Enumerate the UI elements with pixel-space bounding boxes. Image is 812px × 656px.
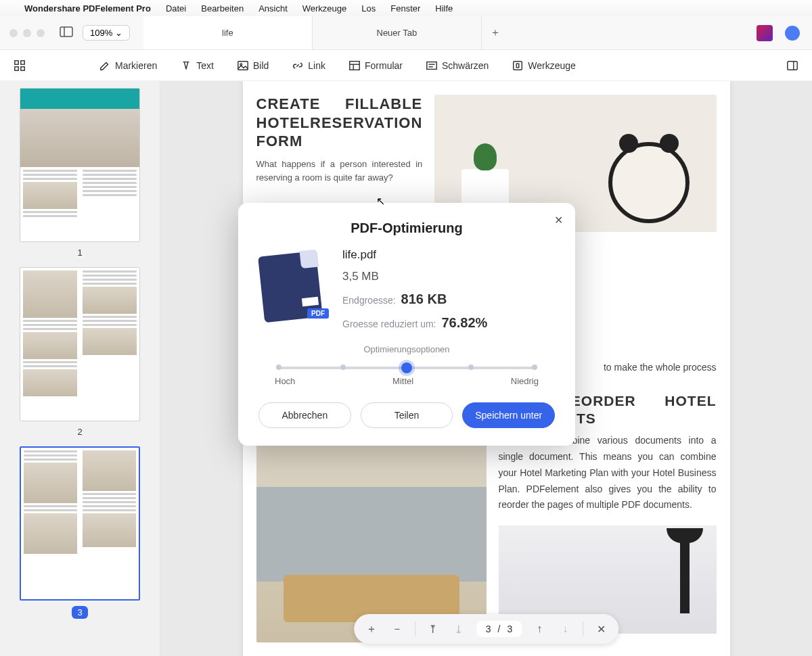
- chevron-down-icon: ⌄: [115, 28, 122, 38]
- page-thumb-2[interactable]: [20, 267, 140, 421]
- pdf-optimize-dialog: ✕ PDF-Optimierung PDF life.pdf 3,5 MB En…: [238, 203, 575, 446]
- save-as-button[interactable]: Speichern unter: [462, 402, 555, 428]
- app-badge-icon[interactable]: [757, 25, 773, 41]
- svg-rect-15: [788, 61, 797, 70]
- reduced-label: Groesse reduziert um:: [342, 319, 436, 329]
- svg-rect-6: [238, 61, 248, 70]
- last-page-button[interactable]: ⤓: [451, 621, 467, 637]
- endsize-value: 816 KB: [401, 291, 447, 307]
- add-tab-button[interactable]: ＋: [482, 16, 509, 49]
- zoom-value: 109%: [90, 28, 112, 38]
- dialog-filesize: 3,5 MB: [342, 270, 555, 283]
- first-page-button[interactable]: ⤒: [425, 621, 441, 637]
- minimize-window-button[interactable]: [23, 29, 31, 37]
- tab-new[interactable]: Neuer Tab: [313, 16, 482, 49]
- home-button[interactable]: [14, 60, 26, 72]
- tool-redact-label: Schwärzen: [442, 60, 489, 71]
- tool-link[interactable]: Link: [292, 60, 325, 72]
- tool-markieren[interactable]: Markieren: [99, 60, 157, 72]
- dialog-close-button[interactable]: ✕: [554, 214, 563, 227]
- page-sep: /: [498, 624, 501, 634]
- page-indicator[interactable]: 3 / 3: [476, 621, 522, 637]
- maximize-window-button[interactable]: [37, 29, 45, 37]
- menu-tools[interactable]: Werkzeuge: [302, 3, 347, 14]
- svg-rect-5: [21, 66, 24, 70]
- tool-tools[interactable]: Werkzeuge: [512, 60, 576, 72]
- slider-thumb[interactable]: [401, 362, 412, 373]
- page-thumb-2-label: 2: [77, 427, 82, 437]
- page-thumb-1-label: 1: [77, 248, 82, 258]
- tool-tools-label: Werkzeuge: [528, 60, 576, 71]
- close-floatbar-button[interactable]: ✕: [593, 621, 609, 637]
- app-name[interactable]: Wondershare PDFelement Pro: [24, 3, 151, 14]
- tool-markieren-label: Markieren: [115, 60, 157, 71]
- reduced-value: 76.82%: [442, 315, 488, 331]
- tool-image[interactable]: Bild: [237, 60, 269, 72]
- menu-go[interactable]: Los: [361, 3, 376, 14]
- user-avatar[interactable]: [785, 26, 800, 41]
- level-low: Niedrig: [511, 376, 539, 386]
- panel-toggle-button[interactable]: [786, 60, 798, 72]
- traffic-lights: [0, 29, 54, 37]
- document-tabs: life Neuer Tab ＋: [143, 16, 744, 49]
- page-current: 3: [486, 624, 491, 634]
- menu-file[interactable]: Datei: [166, 3, 186, 14]
- menu-window[interactable]: Fenster: [390, 3, 420, 14]
- level-high: Hoch: [275, 376, 295, 386]
- svg-rect-0: [60, 27, 72, 37]
- window-titlebar: 109% ⌄ life Neuer Tab ＋: [0, 16, 812, 50]
- tab-life[interactable]: life: [143, 16, 313, 49]
- page-thumb-3[interactable]: [20, 446, 140, 601]
- tool-form[interactable]: Formular: [348, 60, 403, 72]
- page-thumb-1[interactable]: [20, 88, 140, 242]
- page-thumb-3-label: 3: [72, 606, 87, 619]
- tool-text[interactable]: Text: [180, 60, 214, 72]
- titlebar-right: [744, 25, 812, 41]
- opts-label: Optimierungsoptionen: [258, 344, 555, 354]
- cancel-button[interactable]: Abbrechen: [258, 402, 351, 428]
- svg-rect-2: [15, 60, 18, 64]
- optimization-slider[interactable]: [279, 367, 535, 369]
- dialog-title: PDF-Optimierung: [258, 220, 555, 236]
- pdf-tag: PDF: [307, 308, 329, 319]
- zoom-select[interactable]: 109% ⌄: [83, 25, 130, 41]
- close-window-button[interactable]: [9, 29, 18, 37]
- macos-menubar: Wondershare PDFelement Pro Datei Bearbei…: [0, 0, 812, 16]
- toolbar: Markieren Text Bild Link Formular Schwär…: [0, 50, 812, 81]
- sidebar-toggle-button[interactable]: [60, 26, 73, 40]
- menu-help[interactable]: Hilfe: [435, 3, 453, 14]
- menu-view[interactable]: Ansicht: [258, 3, 288, 14]
- svg-rect-14: [514, 61, 522, 70]
- page-total: 3: [507, 624, 512, 634]
- page-nav-floatbar: ＋ － ⤒ ⤓ 3 / 3 ↑ ↓ ✕: [354, 614, 618, 644]
- svg-rect-8: [350, 61, 359, 70]
- svg-rect-3: [21, 60, 24, 64]
- zoom-in-button[interactable]: ＋: [363, 621, 380, 637]
- tool-redact[interactable]: Schwärzen: [426, 60, 489, 72]
- tool-text-label: Text: [196, 60, 214, 71]
- zoom-out-button[interactable]: －: [389, 621, 405, 637]
- level-mid: Mittel: [392, 376, 413, 386]
- tool-link-label: Link: [308, 60, 325, 71]
- page-heading-1: CREATE FILLABLE HOTELRESERVATION FORM: [256, 95, 423, 151]
- thumbnail-sidebar[interactable]: 1 2 3: [0, 81, 160, 656]
- share-button[interactable]: Teilen: [361, 402, 453, 428]
- tool-image-label: Bild: [253, 60, 269, 71]
- page-para-1: What happens if a person interested in r…: [256, 158, 423, 186]
- prev-page-button[interactable]: ↑: [531, 621, 547, 637]
- endsize-label: Endgroesse:: [342, 295, 396, 306]
- tool-form-label: Formular: [365, 60, 403, 71]
- next-page-button[interactable]: ↓: [557, 621, 573, 637]
- svg-rect-4: [15, 66, 18, 70]
- dialog-filename: life.pdf: [342, 248, 555, 262]
- svg-rect-11: [427, 62, 436, 69]
- menu-edit[interactable]: Bearbeiten: [201, 3, 244, 14]
- pdf-file-icon: PDF: [258, 248, 326, 323]
